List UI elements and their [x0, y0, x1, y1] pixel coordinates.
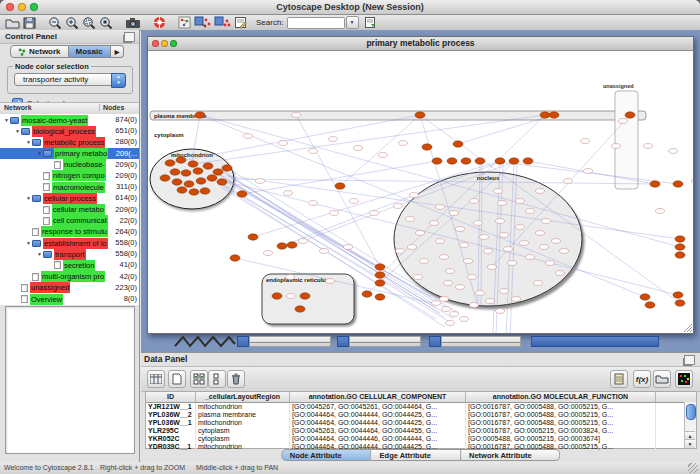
graph-node-orange[interactable]: [213, 169, 223, 175]
graph-node-orange[interactable]: [523, 158, 533, 164]
graph-node-small[interactable]: [370, 211, 379, 216]
graph-node-orange[interactable]: [300, 293, 310, 299]
minimized-frame-icon[interactable]: [429, 336, 441, 347]
birdseye-view[interactable]: [5, 306, 135, 454]
graph-node-orange[interactable]: [295, 306, 305, 312]
graph-node-small[interactable]: [494, 189, 503, 194]
graph-node-nucleus[interactable]: [474, 221, 483, 226]
graph-node-orange[interactable]: [509, 158, 519, 164]
graph-node-orange[interactable]: [447, 158, 457, 164]
node-color-combobox[interactable]: transporter activity ▲▼: [14, 73, 126, 86]
graph-node-nucleus[interactable]: [468, 275, 477, 280]
network-canvas[interactable]: plasma membrane cytoplasm mitochondrion …: [148, 51, 693, 333]
tree-item[interactable]: ▼establishment of lo558(0): [0, 237, 139, 248]
graph-node-nucleus[interactable]: [440, 255, 449, 260]
graph-node-small[interactable]: [581, 139, 590, 144]
canvas-resize-grip[interactable]: [684, 324, 692, 332]
table-row[interactable]: YPL036W__1mitochondrion[GO:0044464, GO:0…: [146, 419, 696, 427]
zoom-out-icon[interactable]: [48, 16, 62, 29]
column-header[interactable]: ID: [146, 392, 196, 402]
control-panel-header[interactable]: Control Panel: [0, 30, 139, 44]
graph-node-orange[interactable]: [160, 175, 170, 181]
graph-node-small[interactable]: [292, 113, 301, 118]
graph-node-nucleus[interactable]: [512, 297, 521, 302]
graph-node-orange[interactable]: [549, 112, 559, 118]
select-attributes-icon[interactable]: [190, 370, 208, 388]
combobox-stepper-icon[interactable]: ▲▼: [111, 73, 126, 88]
scroll-down-icon[interactable]: ▼: [685, 439, 695, 448]
export-network-icon[interactable]: [214, 16, 231, 29]
table-scrollbar[interactable]: ▲ ▼: [684, 402, 696, 448]
graph-node-orange[interactable]: [673, 181, 683, 187]
graph-node-orange[interactable]: [248, 234, 258, 240]
graph-node-nucleus[interactable]: [556, 271, 565, 276]
graph-node-nucleus[interactable]: [470, 303, 479, 308]
graph-node-orange[interactable]: [625, 112, 635, 118]
graph-node-orange[interactable]: [222, 165, 232, 171]
graph-node-small[interactable]: [379, 153, 388, 158]
graph-node-small[interactable]: [656, 209, 665, 214]
table-row[interactable]: YPL036W__2plasma membrane[GO:0044464, GO…: [146, 411, 696, 419]
graph-node-orange[interactable]: [432, 158, 442, 164]
minimized-frame-bar[interactable]: [249, 336, 331, 347]
graph-node-nucleus[interactable]: [450, 211, 459, 216]
graph-node-nucleus[interactable]: [436, 205, 445, 210]
graph-node-orange[interactable]: [184, 181, 194, 187]
graph-node-small[interactable]: [516, 199, 525, 204]
graph-node-nucleus[interactable]: [408, 245, 417, 250]
float-data-panel-icon[interactable]: [684, 355, 695, 365]
tree-item[interactable]: ▼metabolic process280(0): [0, 136, 139, 147]
graph-node-small[interactable]: [326, 279, 335, 284]
graph-node-small[interactable]: [564, 179, 573, 184]
annotation-icon[interactable]: [234, 16, 247, 29]
graph-node-small[interactable]: [287, 294, 296, 299]
import-network-icon[interactable]: [194, 16, 211, 29]
graph-node-nucleus[interactable]: [436, 239, 445, 244]
graph-node-nucleus[interactable]: [504, 247, 513, 252]
attribute-table-header[interactable]: ID_cellularLayoutRegionannotation.GO CEL…: [146, 392, 696, 403]
formula-icon[interactable]: f(x): [633, 370, 651, 388]
float-panel-icon[interactable]: [124, 32, 135, 42]
tab-mosaic[interactable]: Mosaic: [69, 45, 111, 58]
snapshot-icon[interactable]: [125, 16, 141, 29]
graph-node-orange[interactable]: [495, 158, 505, 164]
frame-minimize-button[interactable]: [161, 40, 168, 47]
matrix-icon[interactable]: [675, 370, 693, 388]
graph-node-nucleus[interactable]: [456, 285, 465, 290]
attribute-table-icon[interactable]: [147, 370, 165, 388]
graph-node-orange[interactable]: [375, 264, 385, 270]
graph-node-orange[interactable]: [230, 255, 240, 261]
graph-node-nucleus[interactable]: [498, 201, 507, 206]
tree-item[interactable]: ▼primary metabo209(...: [0, 148, 139, 159]
graph-node-orange[interactable]: [540, 112, 550, 118]
tree-item[interactable]: nucleobase-209(0): [0, 159, 139, 170]
tab-network-attribute-browser[interactable]: Network Attribute Browser: [461, 449, 560, 461]
graph-node-nucleus[interactable]: [456, 227, 465, 232]
network-view-frame[interactable]: primary metabolic process plasma membran…: [147, 36, 694, 334]
search-dropdown-arrow[interactable]: ▼: [346, 16, 359, 29]
graph-node-nucleus[interactable]: [508, 261, 517, 266]
graph-node-orange[interactable]: [422, 144, 432, 150]
graph-node-orange[interactable]: [335, 183, 345, 189]
graph-node-nucleus[interactable]: [520, 241, 529, 246]
expander-icon[interactable]: ▼: [25, 238, 32, 249]
graph-node-small[interactable]: [329, 137, 338, 142]
graph-node-nucleus[interactable]: [546, 261, 555, 266]
graph-node-orange[interactable]: [475, 158, 485, 164]
graph-node-orange[interactable]: [237, 191, 247, 197]
column-header[interactable]: _cellularLayoutRegion: [196, 392, 290, 402]
graph-node-nucleus[interactable]: [552, 239, 561, 244]
graph-node-small[interactable]: [584, 169, 593, 174]
graph-node-nucleus[interactable]: [486, 299, 495, 304]
graph-node-orange[interactable]: [277, 243, 287, 249]
column-header[interactable]: annotation.GO CELLULAR_COMPONENT: [290, 392, 466, 402]
graph-node-orange[interactable]: [189, 189, 199, 195]
graph-node-orange[interactable]: [362, 291, 372, 297]
minimize-button[interactable]: [18, 3, 26, 11]
zoom-in-icon[interactable]: [65, 16, 79, 29]
graph-node-nucleus[interactable]: [420, 259, 429, 264]
graph-node-small[interactable]: [284, 191, 293, 196]
network-view-icon[interactable]: [178, 16, 191, 29]
graph-node-nucleus[interactable]: [542, 219, 551, 224]
tab-node-attribute-browser[interactable]: Node Attribute Browser: [281, 449, 372, 461]
